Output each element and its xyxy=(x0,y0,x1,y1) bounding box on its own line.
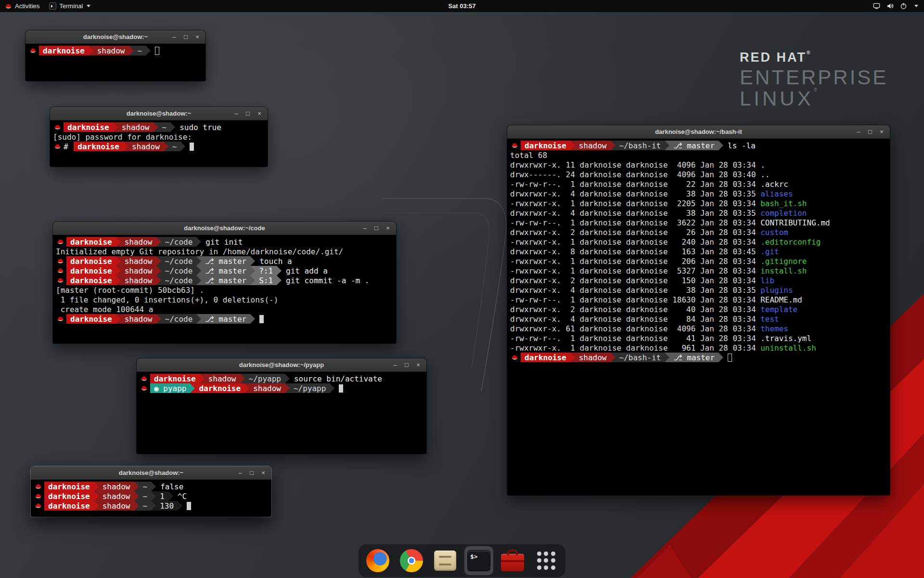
desktop: RED HAT® ENTERPRISE LINUX® darknoise@sha… xyxy=(0,0,924,578)
output-text: Initialized empty Git repository in /hom… xyxy=(56,247,343,256)
terminal-line: -rwxrwxr-x. 1 darknoise darknoise 206 Ja… xyxy=(510,256,887,266)
top-bar: Activities Terminal Sat 03:57 xyxy=(0,0,924,12)
command-text: sudo true xyxy=(180,123,221,132)
minimize-button[interactable]: – xyxy=(237,466,243,479)
system-status-area[interactable] xyxy=(867,0,924,12)
window-titlebar[interactable]: darknoise@shadow:~–□× xyxy=(50,107,268,120)
ls-row-meta: drwxrwxr-x. 4 darknoise darknoise 38 Jan… xyxy=(510,286,760,295)
close-button[interactable]: × xyxy=(257,107,262,120)
maximize-button[interactable]: □ xyxy=(867,125,873,138)
prompt-segment-path: ~ xyxy=(134,46,146,55)
prompt-segment-host: shadow xyxy=(128,142,164,151)
powerline-separator-icon xyxy=(164,142,168,151)
maximize-button[interactable]: □ xyxy=(249,466,255,479)
terminal-window: darknoise@shadow:~–□×darknoiseshadow~fal… xyxy=(31,466,271,517)
ls-row-meta: drwxrwxr-x. 2 darknoise darknoise 150 Ja… xyxy=(510,276,760,285)
prompt-segment-venv: ◉ pyapp xyxy=(150,383,190,393)
terminal-body[interactable]: darknoiseshadow~ xyxy=(26,44,205,81)
dock-item-firefox[interactable] xyxy=(363,546,392,575)
terminal-window: darknoise@shadow:~–□×darknoiseshadow~sud… xyxy=(50,107,268,167)
dock-item-terminal[interactable]: $> xyxy=(464,546,493,575)
window-titlebar[interactable]: darknoise@shadow:~/pyapp–□× xyxy=(137,358,426,372)
ls-row-meta: drwxrwxr-x. 61 darknoise darknoise 4096 … xyxy=(510,324,760,333)
powerline-separator-icon xyxy=(665,141,669,150)
prompt-segment-path: ~/code xyxy=(161,276,197,285)
firefox-icon xyxy=(366,549,389,572)
app-menu-terminal[interactable]: Terminal xyxy=(44,0,95,12)
ls-row-meta: -rw-rw-r--. 1 darknoise darknoise 3622 J… xyxy=(510,218,760,227)
redhat-prompt-icon xyxy=(511,354,519,361)
terminal-line: # darknoiseshadow~ xyxy=(53,142,265,151)
prompt-segment-host: shadow xyxy=(249,383,285,393)
minimize-button[interactable]: – xyxy=(392,358,398,371)
ls-row-meta: -rwxrwxr-x. 1 darknoise darknoise 5327 J… xyxy=(510,266,760,276)
terminal-body[interactable]: darknoiseshadow~/codegit initInitialized… xyxy=(53,235,396,343)
close-button[interactable]: × xyxy=(879,125,885,138)
terminal-line: darknoiseshadow~/code⎇ mastertouch a xyxy=(56,256,393,266)
powerline-separator-icon xyxy=(151,491,156,501)
command-text: false xyxy=(160,482,183,491)
powerline-separator-icon xyxy=(178,501,182,511)
powerline-separator-icon xyxy=(196,237,201,247)
powerline-separator-icon xyxy=(611,353,616,362)
dock-item-files[interactable] xyxy=(431,546,460,575)
terminal-line: darknoiseshadow~false xyxy=(34,482,269,491)
prompt-segment-user: darknoise xyxy=(44,482,94,491)
prompt-segment-host: shadow xyxy=(99,491,134,501)
minimize-button[interactable]: – xyxy=(362,222,368,235)
terminal-line: darknoiseshadow~/code⎇ master xyxy=(56,314,393,324)
maximize-button[interactable]: □ xyxy=(245,107,251,120)
redhat-prompt-icon xyxy=(57,267,64,275)
terminal-body[interactable]: darknoiseshadow~sudo true[sudo] password… xyxy=(50,120,268,167)
powerline-separator-icon xyxy=(719,353,723,362)
close-button[interactable]: × xyxy=(260,466,266,479)
window-titlebar[interactable]: darknoise@shadow:~–□× xyxy=(26,30,205,44)
ls-row-meta: -rwxrwxr-x. 1 darknoise darknoise 240 Ja… xyxy=(510,237,760,247)
clock[interactable]: Sat 03:57 xyxy=(443,0,480,12)
prompt-segment-status: 130 xyxy=(156,501,178,511)
prompt-segment-user: darknoise xyxy=(66,237,116,247)
powerline-separator-icon xyxy=(94,491,99,501)
terminal-line: 1 file changed, 0 insertions(+), 0 delet… xyxy=(56,295,393,304)
prompt-segment-user: darknoise xyxy=(521,141,570,150)
minimize-button[interactable]: – xyxy=(233,107,239,120)
close-button[interactable]: × xyxy=(385,222,391,235)
window-titlebar[interactable]: darknoise@shadow:~–□× xyxy=(31,466,271,480)
terminal-body[interactable]: darknoiseshadow~falsedarknoiseshadow~1^C… xyxy=(31,480,271,517)
redhat-prompt-icon xyxy=(35,483,42,490)
window-controls: –□× xyxy=(233,107,268,120)
powerline-separator-icon xyxy=(285,374,290,383)
close-button[interactable]: × xyxy=(194,30,200,43)
terminal-line: drwxrwxr-x. 4 darknoise darknoise 38 Jan… xyxy=(510,208,887,218)
close-button[interactable]: × xyxy=(415,358,421,371)
minimize-button[interactable]: – xyxy=(856,125,861,138)
maximize-button[interactable]: □ xyxy=(183,30,189,43)
window-titlebar[interactable]: darknoise@shadow:~/code–□× xyxy=(53,222,396,235)
file-name: install.sh xyxy=(760,266,807,276)
prompt-segment-host: shadow xyxy=(121,256,156,266)
dock-item-app-grid[interactable] xyxy=(532,546,561,575)
terminal-body[interactable]: darknoiseshadow~/pyappsource bin/activat… xyxy=(137,372,426,454)
ls-row-meta: drwxrwxr-x. 4 darknoise darknoise 38 Jan… xyxy=(510,189,760,198)
brand-enterprise: ENTERPRISE xyxy=(740,66,888,89)
prompt-segment-host: shadow xyxy=(118,122,154,132)
terminal-icon xyxy=(49,2,56,10)
powerline-separator-icon xyxy=(134,501,139,511)
redhat-prompt-icon xyxy=(57,276,64,284)
window-titlebar[interactable]: darknoise@shadow:~/bash-it–□× xyxy=(507,125,890,139)
activities-button[interactable]: Activities xyxy=(0,0,44,12)
prompt-segment-git: ⎇ master xyxy=(201,256,250,266)
maximize-button[interactable]: □ xyxy=(404,358,410,371)
dock-item-chrome[interactable] xyxy=(397,546,426,575)
terminal-body[interactable]: darknoiseshadow~/bash-it⎇ masterls -lato… xyxy=(507,139,890,495)
minimize-button[interactable]: – xyxy=(171,30,177,43)
redhat-prompt-icon xyxy=(54,143,62,150)
maximize-button[interactable]: □ xyxy=(373,222,379,235)
prompt-segment-path: ~ xyxy=(139,491,152,501)
powerline-separator-icon xyxy=(156,314,161,324)
output-text: total 68 xyxy=(510,151,547,160)
chevron-down-icon xyxy=(914,5,918,7)
file-name: plugins xyxy=(760,286,793,295)
ls-row-meta: -rwxrwxr-x. 1 darknoise darknoise 961 Ja… xyxy=(510,343,760,353)
dock-item-toolbox[interactable] xyxy=(498,546,527,575)
